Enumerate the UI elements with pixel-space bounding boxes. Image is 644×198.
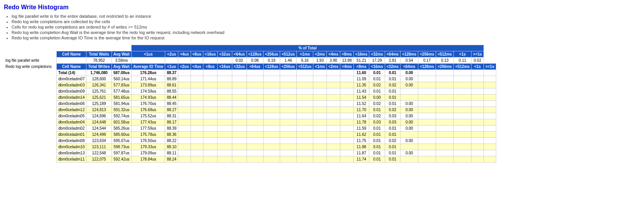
bucket-value [454,82,472,88]
bucket-value [436,150,454,156]
bucket-header-2ms: <2ms [313,51,327,58]
cell-name-value: dbm0celadm10 [57,144,86,150]
table-row: dbm0celadm11122,075592.42us178.84us88.24… [4,156,496,162]
redo-col-header: <16us [218,64,232,70]
bucket-value: 0.00 [401,76,418,82]
redo-col-header: <64ms [401,64,418,70]
cell-name-header: Cell Name [57,51,86,58]
bucket-value [263,107,280,113]
bucket-value [178,82,191,88]
bucket-value [436,125,454,132]
bucket-value [191,95,203,101]
bucket-value [436,156,454,162]
bucket-value [263,113,280,119]
total-writes-value: 125,761 [86,88,112,95]
avg-io-time-value: 178.84us [132,156,165,162]
bucket-value: 88.61 [165,82,178,88]
redo-col-header: <512ms [454,64,472,70]
bucket-value [436,113,454,119]
bucket-value [436,70,454,76]
bucket-value [191,113,203,119]
bucket-value [313,138,327,144]
bucket-header-512ms: <512ms [436,51,454,58]
avg-io-time-value: 176.28us [132,70,165,76]
bucket-value: 88.31 [165,113,178,119]
redo-col-header: <16ms [369,64,385,70]
bucket-value [418,95,436,101]
bucket-value [247,82,263,88]
bucket-value [178,113,191,119]
bucket-value [340,138,354,144]
log-parallel-bucket-10: 6.16 [297,58,313,64]
page-title: Redo Write Histogram [4,4,640,11]
avg-wait-value: 595.07us [112,138,131,144]
bucket-header-ge1s: >=1s [472,51,484,58]
bucket-value [280,76,296,82]
bucket-value [454,150,472,156]
log-file-parallel-write-row: log file parallel write78,9523.58ms0.020… [4,58,496,64]
avg-wait-value: 577.48us [112,88,131,95]
avg-io-time-value: 177.59us [132,125,165,132]
bucket-value [218,95,232,101]
bucket-value: 0.01 [385,70,400,76]
bucket-value: 0.01 [369,144,385,150]
bucket-value [418,101,436,107]
bucket-value [327,132,340,138]
bucket-value: 88.44 [165,95,178,101]
bucket-value [178,156,191,162]
bucket-value [340,82,354,88]
bucket-value: 0.03 [385,119,400,125]
avg-wait-value: 585.26us [112,125,131,132]
bucket-value: 0.01 [385,101,400,107]
cell-name-value: dbm0celadm12 [57,107,86,113]
avg-io-time-value: 176.68us [132,107,165,113]
bucket-value [313,132,327,138]
bucket-value: 0.03 [385,113,400,119]
bucket-value [218,138,232,144]
bucket-value [483,107,496,113]
bucket-value: 11.43 [353,88,369,95]
redo-col-header: <1ms [313,64,327,70]
bucket-value [218,76,232,82]
bucket-value [418,119,436,125]
cell-name-value: dbm0celadm09 [57,88,86,95]
bucket-value [280,101,296,107]
bucket-value [472,76,484,82]
bucket-value [203,119,218,125]
bullet-item: Redo log write completion Average IO Tim… [12,36,640,40]
bucket-header-16ms: <16ms [353,51,369,58]
log-parallel-bucket-5 [218,58,232,64]
cell-name-value: dbm0celadm13 [57,150,86,156]
bucket-value [232,70,247,76]
bucket-value [327,150,340,156]
log-parallel-bucket-17: 0.54 [401,58,418,64]
bucket-header-8us: <8us [191,51,203,58]
bucket-value [263,132,280,138]
bucket-value: 0.00 [401,70,418,76]
bucket-value [454,95,472,101]
bucket-value [418,156,436,162]
bucket-value [472,125,484,132]
bucket-value [191,70,203,76]
bucket-value [247,107,263,113]
bucket-value [191,156,203,162]
table-row: dbm0celadm14125,621581.65us174.93us88.44… [4,95,496,101]
bucket-value [247,119,263,125]
bucket-value [203,70,218,76]
bucket-value [418,82,436,88]
bucket-value [297,156,313,162]
avg-wait-value: 598.73us [112,144,131,150]
bucket-header-64ms: <64ms [385,51,400,58]
bucket-value: 0.01 [369,150,385,156]
redo-col-header: <32ms [385,64,400,70]
total-writes-value: 122,075 [86,156,112,162]
bucket-value: 0.01 [385,150,400,156]
bucket-value: 11.59 [353,125,369,132]
bucket-value [247,101,263,107]
bullet-list: log file parallel write is for the entir… [4,14,640,40]
bucket-value [483,88,496,95]
total-writes-value: 1,746,080 [86,70,112,76]
bucket-value [280,150,296,156]
cell-name-value: dbm0celadm04 [57,119,86,125]
redo-col-header: <256us [280,64,296,70]
